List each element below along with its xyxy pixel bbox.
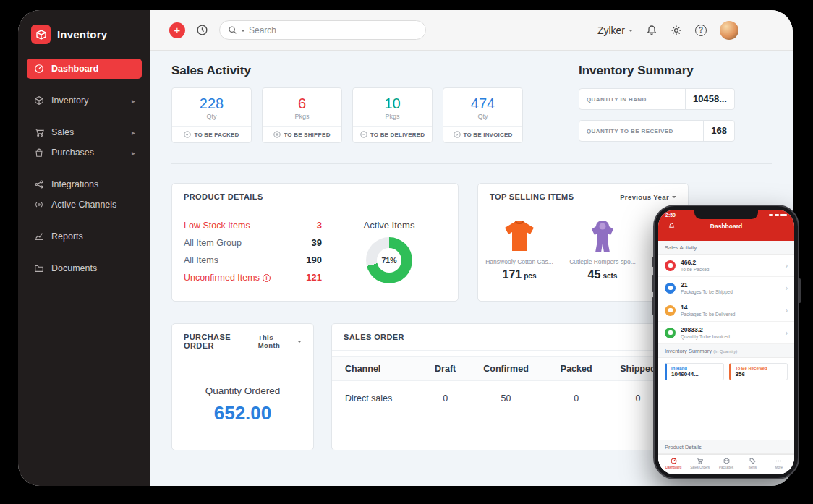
phone-row-to-be-shipped[interactable]: 21 Packages To be Shipped	[658, 277, 794, 299]
to-be-invoiced-card[interactable]: 474 Qty TO BE INVOICED	[443, 87, 523, 143]
top-selling-item[interactable]: Hanswooly Cotton Cas... 171pcs	[478, 210, 561, 299]
phone-tab-packages[interactable]: Packages	[713, 458, 739, 469]
phone-clock: 2:59	[665, 213, 676, 218]
cell-draft: 0	[426, 381, 464, 417]
row-value: 3	[317, 220, 322, 231]
low-stock-items-link[interactable]: Low Stock Items	[184, 221, 250, 231]
sidebar-item-label: Purchases	[51, 148, 94, 158]
card-unit: Pkgs	[263, 113, 341, 120]
card-unit: Qty	[443, 113, 522, 120]
sidebar: Inventory Dashboard Inventory Sales Purc…	[18, 10, 150, 486]
org-name: Zylker	[597, 25, 625, 36]
quantity-ordered-value: 652.00	[172, 402, 313, 424]
phone-row-to-be-delivered[interactable]: 14 Packages To be Delivered	[658, 299, 794, 322]
product-name: Hanswooly Cotton Cas...	[485, 258, 553, 265]
search-box[interactable]	[219, 20, 426, 40]
all-items-row: All Items 190	[184, 255, 322, 265]
chevron-right-icon	[786, 329, 788, 337]
purchase-order-filter-dropdown[interactable]: This Month	[258, 333, 302, 349]
phone-row-value: 466.2	[681, 259, 709, 266]
phone-row-to-be-invoiced[interactable]: 20833.2 Quantity To be Invoiced	[658, 322, 794, 344]
card-value: 6	[263, 95, 341, 112]
packed-icon	[665, 260, 676, 271]
phone-row-label: Packages To be Shipped	[681, 289, 733, 294]
sales-activity-title: Sales Activity	[171, 64, 523, 78]
sidebar-item-active-channels[interactable]: Active Channels	[27, 195, 142, 215]
all-item-group-link[interactable]: All Item Group	[184, 238, 242, 248]
phone-tab-items[interactable]: Items	[739, 458, 765, 469]
purchase-order-title: PURCHASE ORDER	[184, 333, 258, 350]
integrations-icon	[34, 179, 44, 189]
phone-bell-icon[interactable]	[668, 223, 675, 229]
box-icon	[34, 95, 44, 106]
donut-percent: 71%	[381, 256, 396, 265]
table-row[interactable]: Direct sales 0 50 0 0	[332, 381, 671, 417]
chevron-down-icon	[672, 196, 676, 200]
sidebar-item-integrations[interactable]: Integrations	[27, 174, 142, 195]
card-label: TO BE DELIVERED	[370, 132, 425, 138]
search-icon	[228, 25, 237, 35]
recent-history-icon[interactable]	[196, 24, 208, 36]
top-selling-filter-dropdown[interactable]: Previous Year	[620, 193, 676, 201]
summary-value: 168	[703, 121, 727, 141]
delivered-icon	[665, 305, 676, 316]
sidebar-item-inventory[interactable]: Inventory	[27, 90, 142, 111]
product-image-romper	[587, 216, 618, 258]
notifications-bell-icon[interactable]	[646, 25, 657, 36]
sidebar-item-dashboard[interactable]: Dashboard	[27, 59, 142, 79]
card-label: TO BE SHIPPED	[284, 132, 330, 138]
folder-icon	[34, 263, 44, 273]
top-selling-item[interactable]: Cutiepie Rompers-spo... 45sets	[561, 210, 644, 299]
sales-order-table: Channel Draft Confirmed Packed Shipped D…	[332, 356, 671, 416]
ship-circle-icon	[273, 131, 281, 138]
sidebar-item-reports[interactable]: Reports	[27, 226, 142, 247]
chevron-right-icon	[786, 262, 788, 270]
help-icon[interactable]	[695, 25, 707, 36]
chevron-down-icon	[629, 30, 633, 34]
add-new-button[interactable]	[169, 22, 185, 38]
user-avatar[interactable]	[720, 21, 738, 40]
phone-row-to-be-packed[interactable]: 466.2 To be Packed	[658, 255, 794, 277]
sidebar-item-purchases[interactable]: Purchases	[27, 142, 142, 163]
check-circle-icon	[184, 131, 191, 138]
org-switcher[interactable]: Zylker	[597, 25, 633, 36]
unconfirmed-items-row: Unconfirmed Items 121	[184, 272, 322, 283]
sidebar-item-label: Dashboard	[51, 64, 98, 74]
topbar-right: Zylker	[597, 21, 738, 40]
inventory-summary-title: Inventory Summary	[579, 64, 735, 78]
cart-icon	[697, 458, 703, 464]
purchase-order-card: PURCHASE ORDER This Month Quantity Order…	[171, 323, 314, 450]
phone-tab-bar: Dashboard Sales Orders Packages Items Mo…	[658, 454, 794, 474]
invoiced-icon	[665, 328, 676, 338]
phone-tab-dashboard[interactable]: Dashboard	[660, 458, 686, 469]
deliver-circle-icon	[360, 131, 367, 138]
sidebar-item-documents[interactable]: Documents	[27, 258, 142, 278]
shipped-icon	[665, 283, 676, 294]
phone-tab-sales-orders[interactable]: Sales Orders	[686, 458, 712, 469]
phone-screen: 2:59 Dashboard Sales Activity 466.2 To b…	[658, 210, 794, 474]
app-title: Inventory	[57, 28, 107, 40]
settings-gear-icon[interactable]	[671, 25, 682, 36]
search-input[interactable]	[249, 25, 417, 35]
to-be-packed-card[interactable]: 228 Qty TO BE PACKED	[171, 87, 252, 143]
row-value: 121	[306, 272, 322, 283]
cell-packed: 0	[548, 381, 605, 417]
card-label: TO BE PACKED	[194, 132, 239, 138]
phone-app-header: 2:59 Dashboard	[658, 210, 794, 241]
phone-row-label: Quantity To be Invoiced	[681, 334, 730, 339]
chevron-right-icon	[786, 307, 788, 315]
sidebar-item-sales[interactable]: Sales	[27, 122, 142, 142]
info-icon[interactable]	[263, 274, 271, 282]
sidebar-item-label: Active Channels	[51, 200, 116, 210]
search-scope-caret-icon[interactable]	[241, 30, 245, 34]
sidebar-item-label: Inventory	[51, 95, 88, 106]
table-header-row: Channel Draft Confirmed Packed Shipped	[332, 357, 671, 381]
summary-label: QUANTITY IN HAND	[587, 96, 647, 103]
top-selling-title: TOP SELLING ITEMS	[490, 192, 574, 201]
unconfirmed-items-link[interactable]: Unconfirmed Items	[184, 273, 271, 283]
to-be-shipped-card[interactable]: 6 Pkgs TO BE SHIPPED	[262, 87, 342, 143]
all-items-link[interactable]: All Items	[184, 255, 218, 265]
cell-channel: Direct sales	[332, 381, 426, 417]
to-be-delivered-card[interactable]: 10 Pkgs TO BE DELIVERED	[352, 87, 433, 143]
phone-tab-more[interactable]: More	[766, 458, 792, 469]
